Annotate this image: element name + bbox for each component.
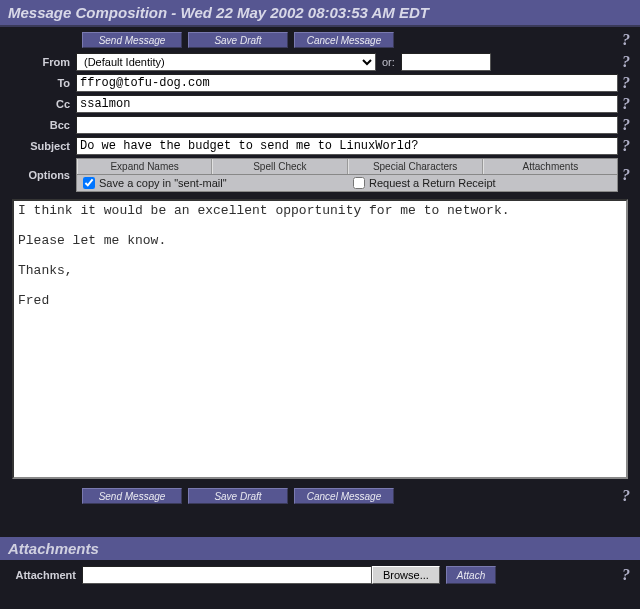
save-copy-checkbox[interactable] <box>83 177 95 189</box>
save-draft-button[interactable]: Save Draft <box>188 32 288 48</box>
help-icon[interactable]: ? <box>618 31 634 49</box>
return-receipt-label: Request a Return Receipt <box>369 177 496 189</box>
save-copy-label: Save a copy in "sent-mail" <box>99 177 227 189</box>
send-button[interactable]: Send Message <box>82 32 182 48</box>
help-icon[interactable]: ? <box>618 95 634 113</box>
attachment-label: Attachment <box>6 569 82 581</box>
options-label: Options <box>6 169 76 181</box>
special-chars-button[interactable]: Special Characters <box>348 159 483 174</box>
spell-check-button[interactable]: Spell Check <box>212 159 347 174</box>
options-toolbar: Expand Names Spell Check Special Charact… <box>76 158 618 175</box>
subject-label: Subject <box>6 140 76 152</box>
help-icon[interactable]: ? <box>618 566 634 584</box>
help-icon[interactable]: ? <box>618 166 634 184</box>
help-icon[interactable]: ? <box>618 74 634 92</box>
help-icon[interactable]: ? <box>618 137 634 155</box>
bcc-input[interactable] <box>76 116 618 134</box>
save-draft-button-bottom[interactable]: Save Draft <box>188 488 288 504</box>
cc-input[interactable] <box>76 95 618 113</box>
attachments-button[interactable]: Attachments <box>483 159 617 174</box>
help-icon[interactable]: ? <box>618 53 634 71</box>
bcc-label: Bcc <box>6 119 76 131</box>
attachments-title: Attachments <box>0 537 640 560</box>
from-select[interactable]: (Default Identity) <box>76 53 376 71</box>
help-icon[interactable]: ? <box>618 487 634 505</box>
cc-label: Cc <box>6 98 76 110</box>
subject-input[interactable] <box>76 137 618 155</box>
to-label: To <box>6 77 76 89</box>
return-receipt-checkbox[interactable] <box>353 177 365 189</box>
help-icon[interactable]: ? <box>618 116 634 134</box>
send-button-bottom[interactable]: Send Message <box>82 488 182 504</box>
cancel-button[interactable]: Cancel Message <box>294 32 394 48</box>
or-label: or: <box>382 56 395 68</box>
from-label: From <box>6 56 76 68</box>
to-input[interactable] <box>76 74 618 92</box>
cancel-button-bottom[interactable]: Cancel Message <box>294 488 394 504</box>
expand-names-button[interactable]: Expand Names <box>77 159 212 174</box>
message-body[interactable] <box>12 199 628 479</box>
bottom-button-row: Send Message Save Draft Cancel Message ? <box>0 483 640 509</box>
browse-button[interactable]: Browse... <box>372 566 440 584</box>
window-title: Message Composition - Wed 22 May 2002 08… <box>0 0 640 27</box>
top-button-row: Send Message Save Draft Cancel Message ? <box>0 27 640 53</box>
options-checks: Save a copy in "sent-mail" Request a Ret… <box>76 175 618 192</box>
attachment-file-input[interactable] <box>82 566 372 584</box>
attachment-row: Attachment Browse... Attach ? <box>0 560 640 590</box>
compose-window: Message Composition - Wed 22 May 2002 08… <box>0 0 640 608</box>
header-fields: From (Default Identity) or: ? To ? Cc ? <box>0 53 640 192</box>
attach-button[interactable]: Attach <box>446 566 496 584</box>
from-other-input[interactable] <box>401 53 491 71</box>
